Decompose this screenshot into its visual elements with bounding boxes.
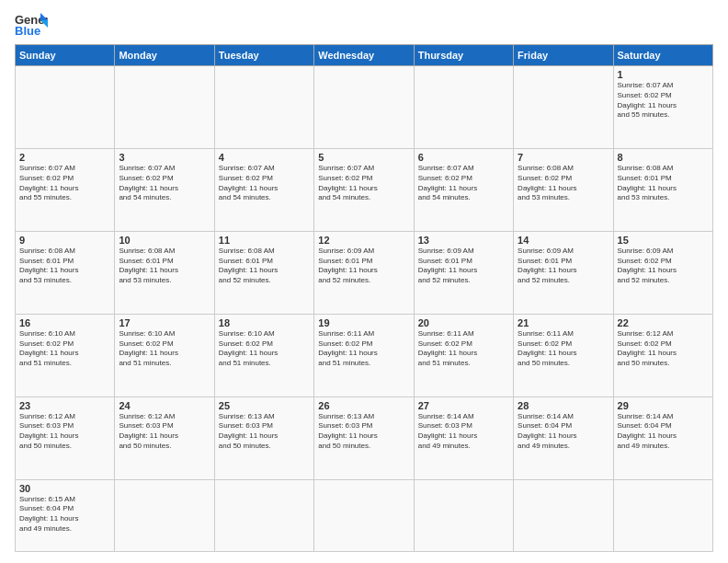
calendar-cell: 6Sunrise: 6:07 AM Sunset: 6:02 PM Daylig… <box>414 148 513 231</box>
day-info: Sunrise: 6:14 AM Sunset: 6:04 PM Dayligh… <box>618 412 709 452</box>
calendar-cell <box>514 479 613 551</box>
calendar-cell <box>115 479 214 551</box>
day-number: 19 <box>318 317 409 328</box>
weekday-header-wednesday: Wednesday <box>314 45 414 66</box>
calendar-cell <box>115 66 214 149</box>
day-info: Sunrise: 6:07 AM Sunset: 6:02 PM Dayligh… <box>618 81 709 121</box>
day-info: Sunrise: 6:09 AM Sunset: 6:02 PM Dayligh… <box>618 247 709 286</box>
day-number: 11 <box>219 235 310 246</box>
calendar-cell: 20Sunrise: 6:11 AM Sunset: 6:02 PM Dayli… <box>414 314 513 396</box>
svg-text:Blue: Blue <box>15 24 40 37</box>
calendar-cell: 23Sunrise: 6:12 AM Sunset: 6:03 PM Dayli… <box>16 396 115 479</box>
day-number: 3 <box>119 152 210 163</box>
calendar-cell: 14Sunrise: 6:09 AM Sunset: 6:01 PM Dayli… <box>514 231 613 314</box>
day-info: Sunrise: 6:09 AM Sunset: 6:01 PM Dayligh… <box>418 247 509 286</box>
day-number: 21 <box>518 317 609 328</box>
calendar-cell: 18Sunrise: 6:10 AM Sunset: 6:02 PM Dayli… <box>214 314 313 396</box>
calendar-cell: 22Sunrise: 6:12 AM Sunset: 6:02 PM Dayli… <box>613 314 712 396</box>
week-row-1: 1Sunrise: 6:07 AM Sunset: 6:02 PM Daylig… <box>16 66 713 149</box>
day-info: Sunrise: 6:08 AM Sunset: 6:01 PM Dayligh… <box>618 164 709 203</box>
day-info: Sunrise: 6:11 AM Sunset: 6:02 PM Dayligh… <box>518 329 609 369</box>
week-row-2: 2Sunrise: 6:07 AM Sunset: 6:02 PM Daylig… <box>16 148 713 231</box>
day-info: Sunrise: 6:08 AM Sunset: 6:01 PM Dayligh… <box>219 247 310 286</box>
weekday-header-sunday: Sunday <box>16 45 115 66</box>
calendar-cell: 16Sunrise: 6:10 AM Sunset: 6:02 PM Dayli… <box>16 314 115 396</box>
day-number: 9 <box>19 235 110 246</box>
weekday-header-friday: Friday <box>514 45 613 66</box>
calendar-cell: 17Sunrise: 6:10 AM Sunset: 6:02 PM Dayli… <box>115 314 214 396</box>
weekday-header-tuesday: Tuesday <box>214 45 313 66</box>
calendar-cell <box>214 66 313 149</box>
calendar-cell: 5Sunrise: 6:07 AM Sunset: 6:02 PM Daylig… <box>314 148 414 231</box>
day-number: 14 <box>518 235 609 246</box>
weekday-header-monday: Monday <box>115 45 214 66</box>
day-info: Sunrise: 6:07 AM Sunset: 6:02 PM Dayligh… <box>418 164 509 203</box>
day-number: 12 <box>318 235 409 246</box>
day-number: 24 <box>119 400 210 411</box>
day-info: Sunrise: 6:08 AM Sunset: 6:01 PM Dayligh… <box>119 247 210 286</box>
day-number: 2 <box>19 152 110 163</box>
day-info: Sunrise: 6:13 AM Sunset: 6:03 PM Dayligh… <box>219 412 310 452</box>
day-info: Sunrise: 6:10 AM Sunset: 6:02 PM Dayligh… <box>19 329 110 369</box>
calendar-cell <box>314 66 414 149</box>
day-info: Sunrise: 6:08 AM Sunset: 6:01 PM Dayligh… <box>19 247 110 286</box>
calendar-cell: 9Sunrise: 6:08 AM Sunset: 6:01 PM Daylig… <box>16 231 115 314</box>
week-row-6: 30Sunrise: 6:15 AM Sunset: 6:04 PM Dayli… <box>16 479 713 551</box>
week-row-4: 16Sunrise: 6:10 AM Sunset: 6:02 PM Dayli… <box>16 314 713 396</box>
day-info: Sunrise: 6:09 AM Sunset: 6:01 PM Dayligh… <box>518 247 609 286</box>
day-number: 26 <box>318 400 409 411</box>
day-info: Sunrise: 6:12 AM Sunset: 6:02 PM Dayligh… <box>618 329 709 369</box>
day-info: Sunrise: 6:12 AM Sunset: 6:03 PM Dayligh… <box>19 412 110 452</box>
day-number: 13 <box>418 235 509 246</box>
day-number: 29 <box>618 400 709 411</box>
calendar-cell: 11Sunrise: 6:08 AM Sunset: 6:01 PM Dayli… <box>214 231 313 314</box>
calendar-cell: 24Sunrise: 6:12 AM Sunset: 6:03 PM Dayli… <box>115 396 214 479</box>
day-info: Sunrise: 6:08 AM Sunset: 6:02 PM Dayligh… <box>518 164 609 203</box>
calendar-cell: 7Sunrise: 6:08 AM Sunset: 6:02 PM Daylig… <box>514 148 613 231</box>
logo: General Blue <box>15 11 48 37</box>
day-info: Sunrise: 6:14 AM Sunset: 6:03 PM Dayligh… <box>418 412 509 452</box>
day-number: 1 <box>618 69 709 80</box>
calendar-cell: 29Sunrise: 6:14 AM Sunset: 6:04 PM Dayli… <box>613 396 712 479</box>
week-row-3: 9Sunrise: 6:08 AM Sunset: 6:01 PM Daylig… <box>16 231 713 314</box>
day-number: 4 <box>219 152 310 163</box>
day-info: Sunrise: 6:12 AM Sunset: 6:03 PM Dayligh… <box>119 412 210 452</box>
weekday-header-thursday: Thursday <box>414 45 513 66</box>
calendar-cell: 13Sunrise: 6:09 AM Sunset: 6:01 PM Dayli… <box>414 231 513 314</box>
day-number: 6 <box>418 152 509 163</box>
day-info: Sunrise: 6:10 AM Sunset: 6:02 PM Dayligh… <box>119 329 210 369</box>
calendar-cell: 26Sunrise: 6:13 AM Sunset: 6:03 PM Dayli… <box>314 396 414 479</box>
day-number: 28 <box>518 400 609 411</box>
logo-icon: General Blue <box>15 11 48 37</box>
calendar-cell: 30Sunrise: 6:15 AM Sunset: 6:04 PM Dayli… <box>16 479 115 551</box>
day-info: Sunrise: 6:14 AM Sunset: 6:04 PM Dayligh… <box>518 412 609 452</box>
day-number: 18 <box>219 317 310 328</box>
day-info: Sunrise: 6:07 AM Sunset: 6:02 PM Dayligh… <box>219 164 310 203</box>
calendar-cell <box>214 479 313 551</box>
calendar-cell: 19Sunrise: 6:11 AM Sunset: 6:02 PM Dayli… <box>314 314 414 396</box>
calendar-cell <box>414 66 513 149</box>
day-number: 25 <box>219 400 310 411</box>
calendar-cell <box>613 479 712 551</box>
calendar-page: General Blue SundayMondayTuesdayWednesda… <box>0 0 728 563</box>
calendar-cell: 27Sunrise: 6:14 AM Sunset: 6:03 PM Dayli… <box>414 396 513 479</box>
calendar-cell <box>414 479 513 551</box>
day-number: 16 <box>19 317 110 328</box>
day-info: Sunrise: 6:07 AM Sunset: 6:02 PM Dayligh… <box>318 164 409 203</box>
calendar-table: SundayMondayTuesdayWednesdayThursdayFrid… <box>15 44 713 552</box>
day-info: Sunrise: 6:11 AM Sunset: 6:02 PM Dayligh… <box>418 329 509 369</box>
calendar-cell: 4Sunrise: 6:07 AM Sunset: 6:02 PM Daylig… <box>214 148 313 231</box>
weekday-header-saturday: Saturday <box>613 45 712 66</box>
day-info: Sunrise: 6:11 AM Sunset: 6:02 PM Dayligh… <box>318 329 409 369</box>
day-info: Sunrise: 6:07 AM Sunset: 6:02 PM Dayligh… <box>19 164 110 203</box>
calendar-cell: 12Sunrise: 6:09 AM Sunset: 6:01 PM Dayli… <box>314 231 414 314</box>
day-number: 22 <box>618 317 709 328</box>
calendar-cell <box>16 66 115 149</box>
day-number: 27 <box>418 400 509 411</box>
calendar-cell: 3Sunrise: 6:07 AM Sunset: 6:02 PM Daylig… <box>115 148 214 231</box>
day-info: Sunrise: 6:13 AM Sunset: 6:03 PM Dayligh… <box>318 412 409 452</box>
day-number: 10 <box>119 235 210 246</box>
header: General Blue <box>15 11 713 37</box>
weekday-header-row: SundayMondayTuesdayWednesdayThursdayFrid… <box>16 45 713 66</box>
calendar-cell: 1Sunrise: 6:07 AM Sunset: 6:02 PM Daylig… <box>613 66 712 149</box>
